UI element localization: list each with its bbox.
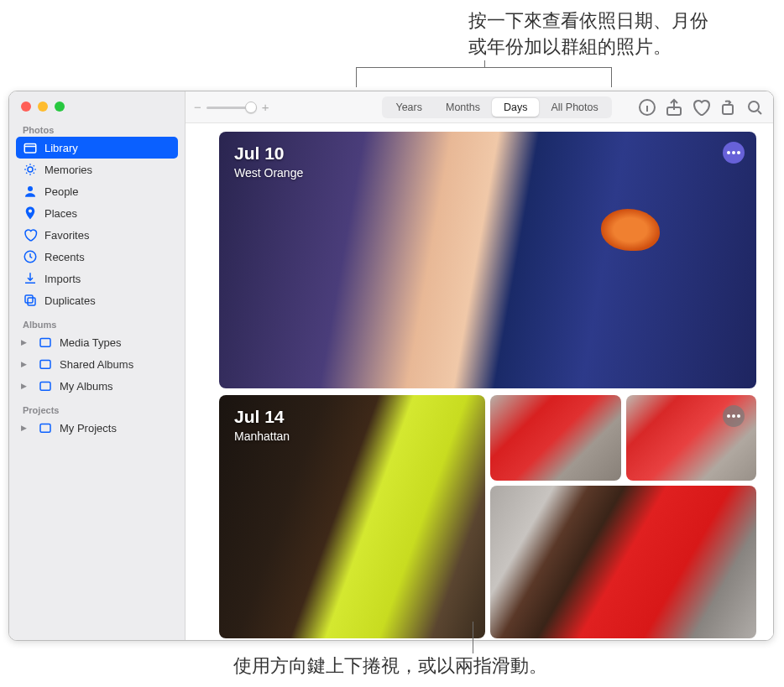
callout-line-bottom: [473, 622, 473, 653]
callout-text-bottom: 使用方向鍵上下捲視，或以兩指滑動。: [233, 653, 547, 679]
sidebar-section-albums: Albums: [9, 311, 185, 331]
svg-rect-0: [24, 144, 36, 154]
sidebar-item-library[interactable]: Library: [16, 137, 178, 159]
info-button[interactable]: [637, 97, 657, 117]
svg-rect-8: [40, 383, 50, 391]
close-window-button[interactable]: [21, 101, 31, 112]
chevron-right-icon: ▶: [21, 424, 29, 432]
sidebar-item-label: Imports: [44, 273, 81, 285]
sidebar-item-label: Shared Albums: [60, 358, 133, 371]
more-button[interactable]: [723, 405, 745, 427]
photo-grid[interactable]: Jul 10 West Orange Jul 14 Manhattan: [186, 123, 773, 640]
zoom-slider[interactable]: [206, 101, 257, 114]
svg-point-13: [749, 101, 759, 112]
sidebar-item-label: Media Types: [60, 336, 121, 349]
sidebar-item-label: My Projects: [60, 422, 117, 435]
svg-rect-6: [40, 339, 50, 347]
sidebar-item-people[interactable]: People: [9, 180, 185, 202]
sidebar-item-label: Memories: [44, 164, 92, 176]
photo-tile-hero[interactable]: Jul 10 West Orange: [219, 132, 756, 388]
heart-icon: [23, 227, 38, 242]
chevron-right-icon: ▶: [21, 382, 29, 390]
favorite-button[interactable]: [691, 97, 711, 117]
svg-rect-4: [28, 298, 35, 305]
svg-point-1: [28, 167, 33, 172]
photos-app-window: Photos Library Memories People Places Fa…: [8, 91, 774, 641]
folder-icon: [38, 420, 53, 435]
sidebar-item-shared-albums[interactable]: ▶ Shared Albums: [9, 353, 185, 375]
sidebar-item-memories[interactable]: Memories: [9, 159, 185, 180]
day-location: West Orange: [234, 166, 303, 180]
clock-icon: [23, 249, 38, 264]
day-location: Manhattan: [234, 429, 290, 443]
tab-days[interactable]: Days: [492, 98, 539, 117]
sidebar-item-my-albums[interactable]: ▶ My Albums: [9, 375, 185, 397]
search-button[interactable]: [745, 97, 765, 117]
sidebar-item-imports[interactable]: Imports: [9, 268, 185, 289]
rotate-button[interactable]: [718, 97, 738, 117]
sidebar-section-projects: Projects: [9, 397, 185, 417]
folder-icon: [38, 357, 53, 372]
callout-text-top: 按一下來查看依照日期、月份 或年份加以群組的照片。: [468, 8, 708, 60]
library-icon: [23, 140, 38, 155]
zoom-controls: − +: [194, 100, 269, 114]
sidebar-item-label: People: [44, 185, 78, 198]
day-date: Jul 10: [234, 143, 303, 164]
folder-icon: [38, 378, 53, 393]
sidebar-item-label: Library: [44, 142, 78, 154]
window-controls: [9, 91, 185, 117]
callout-line-top: [356, 67, 612, 87]
sidebar-item-favorites[interactable]: Favorites: [9, 224, 185, 246]
svg-rect-12: [723, 105, 733, 114]
sidebar-item-label: Places: [44, 207, 77, 220]
toolbar: − + Years Months Days All Photos: [186, 91, 773, 123]
sidebar-item-label: Favorites: [44, 229, 89, 242]
photo-tile-hero[interactable]: Jul 14 Manhattan: [219, 395, 485, 638]
share-button[interactable]: [664, 97, 684, 117]
day-group: Jul 10 West Orange: [219, 132, 756, 388]
svg-rect-5: [25, 295, 33, 303]
day-header: Jul 14 Manhattan: [234, 407, 290, 443]
sidebar-item-duplicates[interactable]: Duplicates: [9, 289, 185, 311]
sidebar-item-places[interactable]: Places: [9, 202, 185, 224]
folder-icon: [38, 335, 53, 350]
tab-months[interactable]: Months: [434, 98, 492, 117]
day-header: Jul 10 West Orange: [234, 143, 303, 180]
sidebar-item-label: Duplicates: [44, 294, 96, 307]
sidebar-item-my-projects[interactable]: ▶ My Projects: [9, 417, 185, 439]
people-icon: [23, 184, 38, 199]
photo-tile[interactable]: [490, 486, 756, 638]
sidebar-item-recents[interactable]: Recents: [9, 246, 185, 268]
places-icon: [23, 206, 38, 221]
photo-tile[interactable]: [490, 395, 621, 481]
zoom-in-button[interactable]: +: [262, 100, 269, 114]
import-icon: [23, 271, 38, 286]
svg-rect-9: [40, 424, 50, 433]
day-group: Jul 14 Manhattan: [219, 395, 756, 640]
minimize-window-button[interactable]: [38, 101, 48, 112]
svg-point-2: [28, 186, 33, 191]
zoom-out-button[interactable]: −: [194, 100, 201, 114]
memories-icon: [23, 162, 38, 177]
view-segmented-control: Years Months Days All Photos: [382, 96, 611, 118]
sidebar-item-label: Recents: [44, 251, 85, 263]
zoom-window-button[interactable]: [55, 101, 65, 112]
tab-all-photos[interactable]: All Photos: [539, 98, 609, 117]
sidebar-item-media-types[interactable]: ▶ Media Types: [9, 331, 185, 353]
sidebar-item-label: My Albums: [60, 380, 113, 393]
tab-years[interactable]: Years: [384, 98, 434, 117]
more-button[interactable]: [723, 142, 745, 164]
sidebar: Photos Library Memories People Places Fa…: [9, 91, 186, 640]
chevron-right-icon: ▶: [21, 338, 29, 346]
main-content: − + Years Months Days All Photos: [186, 91, 773, 640]
sidebar-section-photos: Photos: [9, 117, 185, 137]
chevron-right-icon: ▶: [21, 360, 29, 368]
duplicates-icon: [23, 293, 38, 308]
svg-rect-7: [40, 361, 50, 369]
day-date: Jul 14: [234, 407, 290, 427]
photo-tile[interactable]: [626, 395, 757, 481]
